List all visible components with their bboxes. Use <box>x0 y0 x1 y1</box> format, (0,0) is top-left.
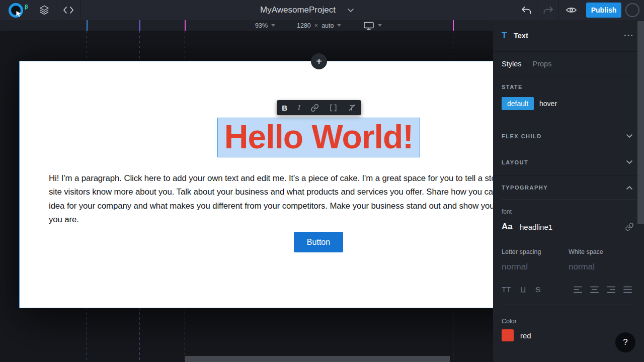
user-avatar[interactable] <box>625 3 639 17</box>
font-style-selector[interactable]: Aa headline1 <box>502 222 635 232</box>
code-icon <box>63 6 73 14</box>
canvas-height-value: auto <box>321 22 334 29</box>
tab-props[interactable]: Props <box>533 60 552 68</box>
zoom-control[interactable]: 93% <box>255 20 275 31</box>
caret-down-icon <box>337 24 341 27</box>
breakpoint-tick-xlarge <box>453 20 454 31</box>
letter-spacing-label: Letter spacing <box>502 248 569 255</box>
uppercase-toggle[interactable]: TT <box>502 285 511 294</box>
publish-button[interactable]: Publish <box>586 3 621 18</box>
typography-title: TYPOGRAPHY <box>502 185 548 191</box>
more-options-button[interactable]: ··· <box>624 31 634 41</box>
chevron-up-icon <box>626 186 633 190</box>
unlink-style-button[interactable] <box>625 222 634 231</box>
unlink-icon <box>625 222 634 231</box>
project-name: MyAwesomeProject <box>260 5 336 15</box>
state-section: STATE default hover <box>493 76 644 123</box>
text-element-icon: T <box>502 31 514 41</box>
panel-scrollbar[interactable] <box>637 21 644 224</box>
align-justify-button[interactable] <box>623 286 632 293</box>
letter-spacing-input[interactable]: normal <box>502 262 569 272</box>
state-default-chip[interactable]: default <box>502 97 534 110</box>
eye-icon <box>566 6 577 14</box>
state-hover-chip[interactable]: hover <box>534 97 562 110</box>
color-label: Color <box>502 318 635 325</box>
breakpoint-tick-medium <box>139 20 140 31</box>
link-button[interactable] <box>310 104 319 112</box>
flex-child-section-header[interactable]: FLEX CHILD <box>493 123 644 149</box>
cursor-icon <box>16 11 22 17</box>
app-window: β MyAwesomeProject Publish <box>0 0 644 362</box>
redo-button[interactable] <box>537 0 559 20</box>
chevron-down-icon <box>626 160 633 164</box>
divider <box>502 305 635 305</box>
clear-formatting-button[interactable] <box>348 104 356 112</box>
strikethrough-toggle[interactable]: S <box>535 285 540 294</box>
font-label: font <box>502 208 635 215</box>
undo-button[interactable] <box>516 0 537 20</box>
white-space-input[interactable]: normal <box>569 262 635 272</box>
undo-icon <box>521 6 532 15</box>
code-panel-button[interactable] <box>56 0 80 20</box>
redo-icon <box>543 6 553 15</box>
selected-element-name: Text <box>514 32 624 40</box>
align-left-button[interactable] <box>574 286 582 293</box>
layers-panel-button[interactable] <box>32 0 56 20</box>
italic-button[interactable]: I <box>298 104 300 112</box>
logo-icon <box>9 3 23 18</box>
monitor-icon <box>363 21 374 30</box>
horizontal-scrollbar[interactable] <box>185 356 450 362</box>
caret-down-icon <box>378 24 382 27</box>
project-selector[interactable]: MyAwesomeProject <box>260 0 354 20</box>
divider <box>502 200 637 200</box>
layers-icon <box>39 5 50 16</box>
color-value: red <box>520 331 531 340</box>
align-right-button[interactable] <box>607 286 615 293</box>
font-preview-icon: Aa <box>502 222 520 232</box>
bold-button[interactable]: B <box>282 104 287 112</box>
canvas-button-element[interactable]: Button <box>294 232 343 252</box>
panel-tabs: Styles Props <box>493 52 644 76</box>
canvas-width-value: 1280 <box>297 22 311 29</box>
font-style-value: headline1 <box>520 223 625 231</box>
canvas-size-control[interactable]: 1280 × auto <box>297 20 341 31</box>
top-toolbar: β MyAwesomeProject Publish <box>0 0 644 20</box>
properties-panel: T Text ··· Styles Props STATE default ho… <box>493 20 644 362</box>
layout-title: LAYOUT <box>502 159 528 165</box>
layout-section-header[interactable]: LAYOUT <box>493 149 644 175</box>
tab-styles[interactable]: Styles <box>502 60 522 68</box>
white-space-label: White space <box>569 248 635 255</box>
typography-section-header[interactable]: TYPOGRAPHY <box>493 175 644 200</box>
state-section-title: STATE <box>502 84 635 90</box>
help-button[interactable]: ? <box>615 332 635 352</box>
device-selector[interactable] <box>363 20 382 31</box>
zoom-level: 93% <box>255 22 268 29</box>
chevron-down-icon <box>626 134 633 138</box>
breakpoint-tick-small <box>87 20 88 31</box>
typography-body: font Aa headline1 Letter spacing normal … <box>493 208 644 349</box>
multiply-sign: × <box>314 22 318 29</box>
preview-button[interactable] <box>559 0 583 20</box>
chevron-down-icon <box>347 8 354 13</box>
beta-badge: β <box>25 4 28 10</box>
quarkly-logo-button[interactable]: β <box>0 0 32 20</box>
underline-toggle[interactable]: U <box>520 285 526 294</box>
link-icon <box>310 104 319 112</box>
panel-header: T Text ··· <box>493 20 644 52</box>
breakpoint-tick-large <box>185 20 186 31</box>
text-format-toolbar: B I <box>277 100 361 115</box>
flex-child-title: FLEX CHILD <box>502 133 542 139</box>
select-parent-button[interactable] <box>330 104 337 112</box>
selected-heading-text[interactable]: Hello World! <box>217 118 420 157</box>
clear-format-icon <box>348 104 356 112</box>
align-center-button[interactable] <box>590 286 599 293</box>
add-section-button[interactable]: + <box>311 53 327 69</box>
caret-down-icon <box>271 24 275 27</box>
brackets-icon <box>330 104 337 112</box>
color-swatch <box>502 329 514 341</box>
